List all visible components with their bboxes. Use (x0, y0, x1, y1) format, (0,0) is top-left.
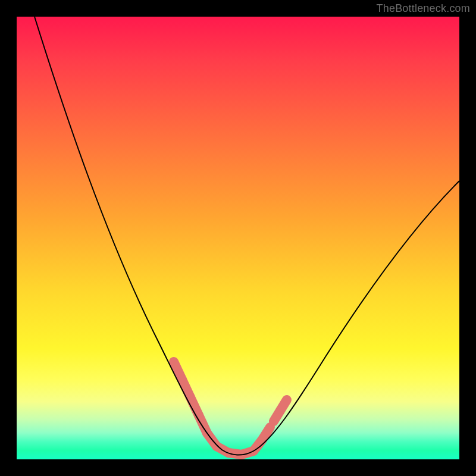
chart-svg (17, 17, 459, 459)
highlight-markers (174, 362, 287, 455)
watermark-text: TheBottleneck.com (377, 2, 470, 15)
svg-line-11 (280, 400, 287, 411)
chart-plot-area (17, 17, 459, 459)
bottleneck-curve (35, 17, 459, 455)
